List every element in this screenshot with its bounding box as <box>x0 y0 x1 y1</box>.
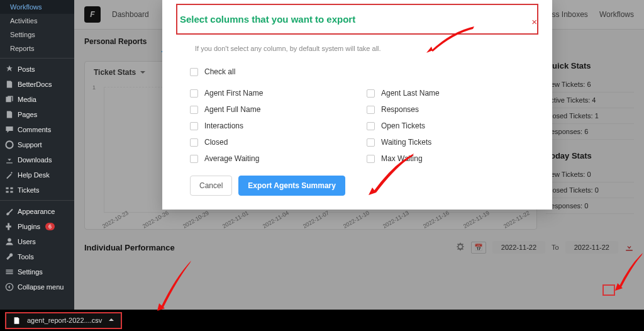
media-icon <box>5 95 14 104</box>
chevron-up-icon[interactable] <box>108 317 114 324</box>
sidebar-item-posts[interactable]: Posts <box>0 62 74 77</box>
pin-icon <box>5 65 14 74</box>
sidebar-item-support[interactable]: Support <box>0 137 74 152</box>
download-icon <box>5 155 14 164</box>
plugin-badge: 6 <box>45 223 55 230</box>
user-icon <box>5 237 14 246</box>
browser-download-bar: agent_report-2022....csv <box>0 310 644 331</box>
checkbox[interactable] <box>367 122 375 130</box>
sliders-icon <box>5 267 14 276</box>
checkbox[interactable] <box>190 89 198 98</box>
sidebar-item-users[interactable]: Users <box>0 234 74 249</box>
column-option[interactable]: Agent Full Name <box>190 101 360 118</box>
checkbox[interactable] <box>190 138 198 147</box>
checkbox-checkall[interactable] <box>190 68 198 76</box>
checkbox[interactable] <box>367 155 375 163</box>
checkbox[interactable] <box>367 106 375 114</box>
checkall-label: Check all <box>204 67 235 76</box>
sidebar-item-tools[interactable]: Tools <box>0 249 74 264</box>
column-option[interactable]: Closed <box>190 134 360 150</box>
checkbox[interactable] <box>367 89 375 98</box>
sidebar-item-helpdesk[interactable]: Help Desk <box>0 167 74 182</box>
sidebar-item-appearance[interactable]: Appearance <box>0 204 74 219</box>
doc-icon <box>5 80 14 89</box>
sidebar-item-settings[interactable]: Settings <box>0 264 74 279</box>
export-columns-modal: Select columns that you want to export ×… <box>162 0 552 210</box>
cancel-button[interactable]: Cancel <box>190 176 232 196</box>
comment-icon <box>5 125 14 134</box>
sidebar-sub-activities[interactable]: Activities <box>0 14 74 28</box>
admin-sidebar: Workflows Activities Settings Reports Po… <box>0 0 74 331</box>
column-option[interactable]: Responses <box>367 101 537 118</box>
wrench-icon <box>5 252 14 261</box>
downloaded-file-chip[interactable]: agent_report-2022....csv <box>5 312 122 329</box>
brush-icon <box>5 207 14 216</box>
export-button[interactable]: Export Agents Summary <box>238 176 345 196</box>
checkbox[interactable] <box>190 155 198 163</box>
support-icon <box>5 140 14 149</box>
column-option[interactable]: Interactions <box>190 118 360 134</box>
modal-hint: If you don't select any column, by defau… <box>195 45 537 52</box>
modal-close-button[interactable]: × <box>531 16 537 27</box>
column-option[interactable]: Waiting Tickets <box>367 134 537 150</box>
check-all-row[interactable]: Check all <box>190 64 537 80</box>
sidebar-item-plugins[interactable]: Plugins6 <box>0 219 74 234</box>
sidebar-sub-reports[interactable]: Reports <box>0 42 74 55</box>
file-icon <box>13 317 21 325</box>
sidebar-item-pages[interactable]: Pages <box>0 107 74 122</box>
checkbox[interactable] <box>190 122 198 130</box>
sidebar-sub-settings[interactable]: Settings <box>0 28 74 42</box>
column-option[interactable]: Agent First Name <box>190 85 360 101</box>
column-option[interactable]: Max Waiting <box>367 150 537 167</box>
sidebar-item-betterdocs[interactable]: BetterDocs <box>0 77 74 92</box>
plugin-icon <box>5 222 14 231</box>
sidebar-collapse[interactable]: Collapse menu <box>0 279 74 295</box>
wand-icon <box>5 171 14 179</box>
column-option[interactable]: Average Waiting <box>190 150 360 167</box>
ticket-icon <box>5 186 14 194</box>
column-option[interactable]: Agent Last Name <box>367 85 537 101</box>
sidebar-item-media[interactable]: Media <box>0 92 74 107</box>
sidebar-item-tickets[interactable]: Tickets <box>0 182 74 198</box>
collapse-icon <box>5 283 14 291</box>
sidebar-item-comments[interactable]: Comments <box>0 122 74 137</box>
downloaded-file-name: agent_report-2022....csv <box>27 317 102 324</box>
svg-point-0 <box>6 141 13 148</box>
sidebar-item-downloads[interactable]: Downloads <box>0 152 74 167</box>
column-option[interactable]: Open Tickets <box>367 118 537 134</box>
checkbox[interactable] <box>190 106 198 114</box>
checkbox[interactable] <box>367 138 375 147</box>
svg-point-1 <box>8 238 11 242</box>
page-icon <box>5 110 14 119</box>
modal-title: Select columns that you want to export <box>180 14 535 25</box>
sidebar-sub-workflows[interactable]: Workflows <box>0 0 74 14</box>
